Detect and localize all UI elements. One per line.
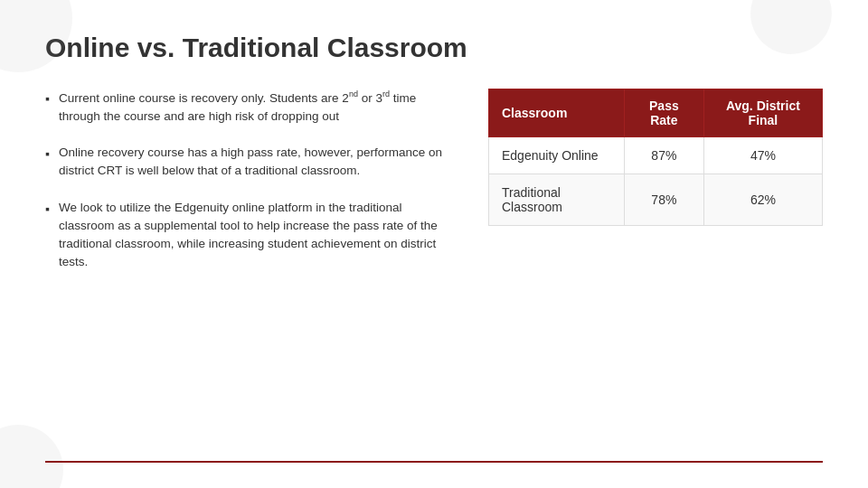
- bullets-column: ▪ Current online course is recovery only…: [45, 89, 452, 461]
- row1-classroom: Edgenuity Online: [489, 137, 625, 174]
- row1-pass-rate: 87%: [624, 137, 703, 174]
- col-pass-rate: Pass Rate: [624, 89, 703, 137]
- bullet-item-3: ▪ We look to utilize the Edgenuity onlin…: [45, 199, 452, 272]
- bullet-item-1: ▪ Current online course is recovery only…: [45, 89, 452, 126]
- bullet-text-1: Current online course is recovery only. …: [59, 89, 452, 126]
- bullet-text-3: We look to utilize the Edgenuity online …: [59, 199, 452, 272]
- bullet-text-2: Online recovery course has a high pass r…: [59, 144, 452, 181]
- row1-avg-district: 47%: [703, 137, 822, 174]
- comparison-table: Classroom Pass Rate Avg. District Final …: [488, 89, 823, 226]
- content-area: ▪ Current online course is recovery only…: [45, 89, 823, 461]
- bullet-marker-2: ▪: [45, 145, 50, 164]
- table-row: Traditional Classroom 78% 62%: [489, 174, 823, 226]
- row2-pass-rate: 78%: [624, 174, 703, 226]
- bullet-marker-3: ▪: [45, 200, 50, 219]
- col-classroom: Classroom: [489, 89, 625, 137]
- table-row: Edgenuity Online 87% 47%: [489, 137, 823, 174]
- col-avg-district: Avg. District Final: [703, 89, 822, 137]
- bullet-item-2: ▪ Online recovery course has a high pass…: [45, 144, 452, 181]
- page-title: Online vs. Traditional Classroom: [45, 33, 823, 63]
- row2-avg-district: 62%: [703, 174, 822, 226]
- table-column: Classroom Pass Rate Avg. District Final …: [488, 89, 823, 461]
- row2-classroom: Traditional Classroom: [489, 174, 625, 226]
- footer-line: [45, 461, 823, 463]
- table-header-row: Classroom Pass Rate Avg. District Final: [489, 89, 823, 137]
- bullet-marker-1: ▪: [45, 89, 50, 108]
- slide: Online vs. Traditional Classroom ▪ Curre…: [0, 0, 868, 488]
